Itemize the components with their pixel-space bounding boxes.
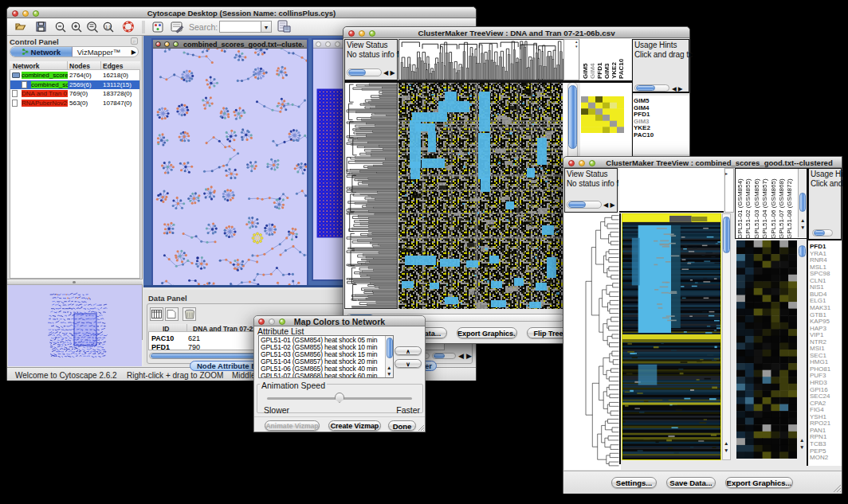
svg-text:1:1: 1:1 — [105, 25, 112, 29]
